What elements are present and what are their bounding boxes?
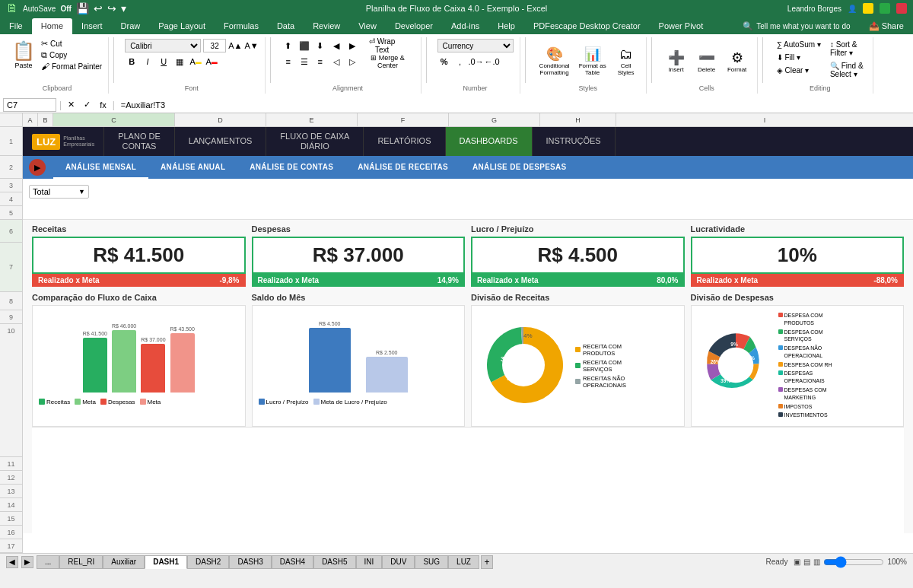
cancel-formula-btn[interactable]: ✕	[65, 100, 78, 110]
tab-home[interactable]: Home	[32, 18, 72, 34]
col-header-c[interactable]: C	[53, 113, 175, 126]
percent-btn[interactable]: %	[437, 55, 451, 68]
decrease-indent-btn[interactable]: ◁	[329, 55, 343, 68]
sheet-tab-dash1[interactable]: DASH1	[145, 555, 187, 569]
autosum-btn[interactable]: ∑ AutoSum ▾	[774, 39, 824, 50]
font-name-select[interactable]: Calibri	[125, 39, 201, 52]
underline-btn[interactable]: U	[157, 55, 170, 68]
wrap-text-btn[interactable]: ⏎ Wrap Text	[361, 39, 403, 52]
tab-pdfescape[interactable]: PDFescape Desktop Creator	[524, 18, 650, 34]
page-layout-btn[interactable]: ▤	[803, 558, 810, 566]
nav-logo[interactable]: LUZ PlanilhasEmpresariais	[23, 127, 104, 156]
align-left-btn[interactable]: ≡	[282, 55, 295, 68]
nav-dashboards[interactable]: DASHBOARDS	[446, 127, 533, 156]
format-painter-btn[interactable]: 🖌Format Painter	[41, 62, 102, 71]
dec-decrease-btn[interactable]: ←.0	[485, 55, 499, 68]
sub-tab-mensal[interactable]: ANÁLISE MENSAL	[53, 156, 148, 179]
font-color-btn[interactable]: A▬	[205, 55, 218, 68]
redo-icon[interactable]: ↪	[107, 2, 116, 14]
tab-view[interactable]: View	[349, 18, 386, 34]
save-icon[interactable]: 💾	[76, 2, 89, 14]
format-btn[interactable]: ⚙ Format	[724, 46, 751, 76]
confirm-formula-btn[interactable]: ✓	[81, 100, 94, 110]
sheet-tab-luz[interactable]: LUZ	[448, 555, 479, 569]
col-header-d[interactable]: D	[175, 113, 266, 126]
clear-btn[interactable]: ◈ Clear ▾	[774, 65, 824, 76]
tab-file[interactable]: File	[0, 18, 32, 34]
sub-tab-anual[interactable]: ANÁLISE ANUAL	[148, 156, 237, 179]
tab-add-ins[interactable]: Add-ins	[442, 18, 488, 34]
tab-formulas[interactable]: Formulas	[215, 18, 268, 34]
sheet-tab-dash5[interactable]: DASH5	[313, 555, 355, 569]
sort-filter-btn[interactable]: ↕ Sort &Filter ▾	[827, 39, 867, 59]
copy-btn[interactable]: ⧉Copy	[41, 50, 102, 60]
tab-help[interactable]: Help	[488, 18, 524, 34]
account-icon[interactable]: 👤	[848, 5, 857, 13]
align-bottom-btn[interactable]: ⬇	[313, 39, 327, 52]
border-btn[interactable]: ▦	[173, 55, 186, 68]
indent-decrease-btn[interactable]: ◀	[329, 39, 343, 52]
tab-developer[interactable]: Developer	[386, 18, 442, 34]
page-break-btn[interactable]: ▥	[813, 558, 820, 566]
sheet-tab-auxiliar[interactable]: Auxiliar	[103, 555, 145, 569]
sheet-tab-rel-ri[interactable]: REL_RI	[59, 555, 103, 569]
dec-increase-btn[interactable]: .0→	[469, 55, 483, 68]
paste-btn[interactable]: 📋 Paste	[12, 40, 35, 69]
sheet-tab-sug[interactable]: SUG	[415, 555, 448, 569]
name-box[interactable]	[3, 98, 56, 112]
filter-dropdown[interactable]: Total ▼	[29, 185, 89, 199]
tab-page-layout[interactable]: Page Layout	[149, 18, 215, 34]
nav-plano-contas[interactable]: PLANO DECONTAS	[104, 127, 175, 156]
align-right-btn[interactable]: ≡	[313, 55, 327, 68]
tell-me-box[interactable]: 🔍Tell me what you want to do	[733, 18, 859, 34]
minimize-btn[interactable]	[863, 3, 873, 14]
nav-instrucoes[interactable]: INSTRUÇÕES	[533, 127, 616, 156]
insert-function-btn[interactable]: fx	[97, 100, 110, 110]
indent-increase-btn[interactable]: ▶	[345, 39, 359, 52]
add-sheet-btn[interactable]: +	[481, 555, 493, 569]
col-header-i[interactable]: I	[616, 113, 913, 126]
nav-relatorios[interactable]: RELATÓRIOS	[364, 127, 445, 156]
col-header-g[interactable]: G	[449, 113, 540, 126]
format-as-table-btn[interactable]: 📊 Format asTable	[576, 43, 609, 79]
cell-styles-btn[interactable]: 🗂 CellStyles	[612, 43, 640, 79]
tab-insert[interactable]: Insert	[72, 18, 112, 34]
normal-view-btn[interactable]: ▣	[794, 558, 800, 566]
fill-color-btn[interactable]: A▬	[189, 55, 202, 68]
font-size-input[interactable]	[203, 39, 226, 52]
sheet-nav-right[interactable]: ▶	[21, 556, 33, 568]
cut-btn[interactable]: ✂Cut	[41, 39, 102, 49]
sheet-tab-dots[interactable]: ...	[37, 555, 59, 569]
col-header-f[interactable]: F	[358, 113, 449, 126]
find-select-btn[interactable]: 🔍 Find &Select ▾	[827, 60, 867, 80]
sheet-tab-duv[interactable]: DUV	[382, 555, 415, 569]
nav-fluxo-caixa[interactable]: FLUXO DE CAIXADIÁRIO	[266, 127, 364, 156]
comma-btn[interactable]: ,	[453, 55, 467, 68]
col-header-a[interactable]: A	[23, 113, 38, 126]
sub-tab-contas[interactable]: ANÁLISE DE CONTAS	[237, 156, 345, 179]
bold-btn[interactable]: B	[125, 55, 138, 68]
close-btn[interactable]	[896, 3, 907, 14]
col-header-h[interactable]: H	[540, 113, 616, 126]
italic-btn[interactable]: I	[141, 55, 154, 68]
customize-icon[interactable]: ▾	[121, 2, 126, 14]
number-format-select[interactable]: Currency	[437, 39, 514, 52]
undo-icon[interactable]: ↩	[94, 2, 103, 14]
sub-tab-receitas[interactable]: ANÁLISE DE RECEITAS	[345, 156, 460, 179]
zoom-slider[interactable]	[823, 558, 884, 567]
align-center-btn[interactable]: ☰	[297, 55, 311, 68]
merge-center-btn[interactable]: ⊞ Merge & Center	[361, 55, 415, 68]
align-middle-btn[interactable]: ⬛	[297, 39, 311, 52]
formula-input[interactable]	[118, 100, 910, 110]
nav-lancamentos[interactable]: LANÇAMENTOS	[175, 127, 267, 156]
tab-review[interactable]: Review	[304, 18, 349, 34]
share-btn[interactable]: 📤 Share	[860, 18, 913, 34]
col-header-e[interactable]: E	[266, 113, 358, 126]
align-top-btn[interactable]: ⬆	[282, 39, 295, 52]
font-shrink-btn[interactable]: A▼	[244, 41, 258, 50]
col-header-b[interactable]: B	[38, 113, 53, 126]
delete-btn[interactable]: ➖ Delete	[693, 46, 721, 76]
tab-draw[interactable]: Draw	[112, 18, 150, 34]
fill-btn[interactable]: ⬇ Fill ▾	[774, 52, 824, 63]
sheet-tab-dash2[interactable]: DASH2	[187, 555, 229, 569]
